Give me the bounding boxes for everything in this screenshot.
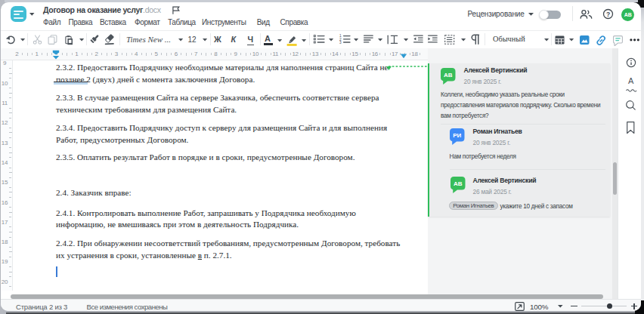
svg-text:АВ: АВ [454, 180, 463, 186]
svg-text:3: 3 [339, 41, 342, 45]
svg-text:?: ? [605, 11, 609, 18]
svg-text:РИ: РИ [453, 131, 461, 138]
svg-text:АВ: АВ [444, 71, 453, 78]
